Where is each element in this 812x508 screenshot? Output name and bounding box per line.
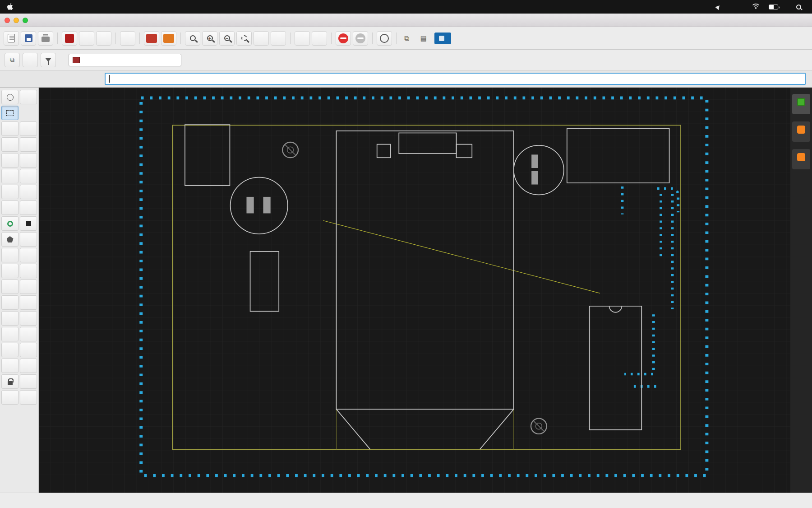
route-differential-tool[interactable] xyxy=(1,200,18,215)
scr-icon xyxy=(146,34,157,43)
run-ulp-button[interactable] xyxy=(161,31,176,46)
toolbar-separator xyxy=(290,33,291,44)
layer-color-swatch xyxy=(73,57,80,63)
battery-icon[interactable] xyxy=(769,5,778,9)
thermal-tool[interactable] xyxy=(20,343,37,357)
paste-tool[interactable] xyxy=(20,153,37,168)
help-button[interactable] xyxy=(377,31,392,46)
command-input-wrapper xyxy=(105,73,806,85)
delete-tool[interactable] xyxy=(1,169,18,183)
text-tool[interactable] xyxy=(20,232,37,247)
arc-tool[interactable] xyxy=(1,264,18,278)
zoom-fit-button[interactable] xyxy=(185,31,200,46)
pcb-quote-button[interactable]: ▤ xyxy=(417,31,433,46)
quote-doc-icon: ▤ xyxy=(420,34,427,42)
frame-settings-button[interactable] xyxy=(96,31,111,46)
redo-button[interactable] xyxy=(312,31,327,46)
polygon-icon xyxy=(7,236,14,242)
close-window-button[interactable] xyxy=(5,18,10,23)
zoom-in-button[interactable]: + xyxy=(202,31,217,46)
copy-tool[interactable] xyxy=(1,153,18,168)
dimension-tool[interactable] xyxy=(20,359,37,373)
tab-fusion-team[interactable] xyxy=(792,149,810,169)
footprint-tool[interactable] xyxy=(1,295,18,310)
stop-button[interactable] xyxy=(336,31,351,46)
wifi-icon[interactable] xyxy=(752,3,760,10)
rotate-tool[interactable] xyxy=(1,137,18,152)
zoom-window-button[interactable] xyxy=(23,18,28,23)
menubar-status-area xyxy=(707,3,806,10)
autoroute-tool[interactable] xyxy=(20,390,37,405)
spotlight-search-icon[interactable] xyxy=(796,5,801,9)
optimize-tool[interactable] xyxy=(20,200,37,215)
zoom-in-icon: + xyxy=(207,35,213,41)
circle-tool[interactable] xyxy=(1,248,18,262)
tab-fusion-360[interactable] xyxy=(792,121,810,142)
undo-button[interactable] xyxy=(295,31,310,46)
save-button[interactable] xyxy=(21,31,36,46)
polygon-tool[interactable] xyxy=(1,232,18,247)
dash-style-tool[interactable] xyxy=(1,390,18,405)
layer-toolbar: ⧉ xyxy=(0,50,812,70)
status-bar xyxy=(0,493,812,508)
command-input[interactable] xyxy=(106,75,795,82)
signal-tool[interactable] xyxy=(1,280,18,294)
mark-button[interactable] xyxy=(271,31,286,46)
ripup-tool[interactable] xyxy=(20,185,37,199)
dots-tool[interactable] xyxy=(20,248,37,262)
window-titlebar[interactable] xyxy=(0,14,812,27)
apple-menu-icon[interactable] xyxy=(6,3,14,10)
cam-processor-button[interactable] xyxy=(120,31,135,46)
probe-tool[interactable] xyxy=(1,359,18,373)
toolbar-separator xyxy=(115,33,116,44)
layer-dropdown[interactable] xyxy=(69,54,181,66)
grid-settings-button[interactable] xyxy=(23,53,38,67)
name-tool[interactable] xyxy=(1,311,18,326)
smd-pad-tool[interactable] xyxy=(20,216,37,231)
design-link-button[interactable]: ⧉ xyxy=(401,31,415,46)
attribute-tool[interactable] xyxy=(20,374,37,389)
toolbar-separator xyxy=(372,33,373,44)
slice-tool[interactable] xyxy=(20,264,37,278)
go-button[interactable] xyxy=(353,31,368,46)
show-tool[interactable] xyxy=(20,90,37,104)
smd-pad-icon xyxy=(26,221,31,226)
floppy-icon xyxy=(25,34,32,42)
align-tool[interactable] xyxy=(20,137,37,152)
group-tool[interactable] xyxy=(1,106,18,120)
location-icon[interactable] xyxy=(715,4,721,9)
meander-tool[interactable] xyxy=(20,280,37,294)
run-script-button[interactable] xyxy=(144,31,159,46)
lock-tool[interactable] xyxy=(1,374,18,389)
mirror-tool[interactable] xyxy=(20,121,37,136)
zoom-out-button[interactable]: − xyxy=(219,31,235,46)
pcb-drawing[interactable] xyxy=(39,88,790,493)
filter-button[interactable] xyxy=(41,53,56,67)
toolbar-separator xyxy=(396,33,397,44)
zoom-redraw-button[interactable] xyxy=(254,31,269,46)
open-board-button[interactable] xyxy=(4,31,19,46)
via-tool[interactable] xyxy=(1,216,18,231)
zoom-select-button[interactable] xyxy=(236,31,252,46)
smash-tool[interactable] xyxy=(1,343,18,357)
info-tool[interactable] xyxy=(1,90,18,104)
samac-button[interactable] xyxy=(434,33,451,44)
value-tool[interactable] xyxy=(20,311,37,326)
ratsnest-tool[interactable] xyxy=(20,327,37,341)
drill-tool[interactable] xyxy=(20,295,37,310)
pinswap-tool[interactable] xyxy=(1,327,18,341)
route-tool[interactable] xyxy=(1,185,18,199)
printer-icon xyxy=(42,37,50,42)
change-tool[interactable] xyxy=(20,169,37,183)
switch-to-schematic-button[interactable] xyxy=(62,31,77,46)
sheet-settings-button[interactable] xyxy=(79,31,94,46)
minimize-window-button[interactable] xyxy=(14,18,19,23)
layer-settings-button[interactable]: ⧉ xyxy=(5,53,20,67)
info-icon xyxy=(7,94,14,101)
tab-manufacturing[interactable] xyxy=(792,94,810,114)
command-bar xyxy=(0,70,812,88)
board-canvas[interactable] xyxy=(39,88,790,493)
move-tool[interactable] xyxy=(1,121,18,136)
zoom-out-icon: − xyxy=(224,35,230,41)
print-button[interactable] xyxy=(38,31,53,46)
